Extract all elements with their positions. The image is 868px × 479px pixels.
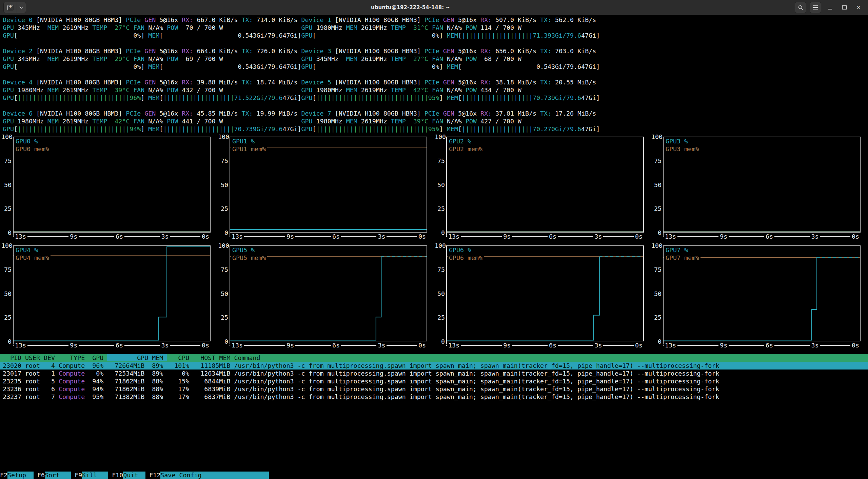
process-row-23020[interactable]: 23020 root 4 Compute 96% 72664MiB 89% 10… [0,362,868,370]
y-tick-label: 50 [651,181,662,189]
x-tick-label: 9s [285,341,295,349]
x-tick-label: 3s [810,341,820,349]
y-tick-label: 100 [435,133,445,141]
window-title: ubuntu@192-222-54-148: ~ [26,4,795,11]
gpu-chart-7: 1007550250GPU7 %GPU7 mem%13s9s6s3s0s [651,245,868,350]
x-tick-label: 0s [634,341,644,349]
x-tick-label: 6s [114,341,124,349]
process-row-23235[interactable]: 23235 root 5 Compute 94% 71862MiB 88% 15… [0,377,868,385]
gpu-chart-5: 1007550250GPU5 %GPU5 mem%13s9s6s3s0s [218,245,435,350]
x-tick-label: 0s [417,233,427,240]
new-tab-icon [7,5,13,10]
y-tick-label: 0 [435,229,445,237]
y-tick-label: 100 [1,242,12,250]
y-tick-label: 25 [1,314,12,321]
y-tick-label: 100 [435,242,445,250]
x-tick-label: 0s [417,341,427,349]
chart-legend: GPU3 %GPU3 mem% [664,137,701,153]
process-row-23237[interactable]: 23237 root 7 Compute 95% 71382MiB 88% 17… [0,393,868,401]
y-tick-label: 25 [218,314,228,321]
process-row-23236[interactable]: 23236 root 6 Compute 94% 71862MiB 88% 17… [0,385,868,393]
minimize-button[interactable] [825,2,835,13]
y-tick-label: 75 [435,266,445,274]
device-pair-line: Device 4 [NVIDIA H100 80GB HBM3] PCIe GE… [3,78,600,86]
x-tick-label: 13s [14,341,27,349]
y-tick-label: 25 [218,205,228,213]
search-icon [798,5,803,10]
gpu-charts-section: 1007550250GPU0 %GPU0 mem%13s9s6s3s0s1007… [1,137,868,354]
y-tick-label: 50 [1,181,12,189]
y-tick-label: 0 [218,229,228,237]
process-table-header: PID USER DEV TYPE GPU GPU MEM CPU HOST M… [0,354,868,362]
x-tick-label: 0s [200,341,211,349]
y-tick-label: 0 [651,229,662,237]
fkey-f12-save-config[interactable]: F12Save Config [149,472,269,479]
function-key-bar: F2Setup F6Sort F9Kill F10Quit F12Save Co… [0,471,868,479]
chart-legend: GPU7 %GPU7 mem% [664,246,701,262]
nvtop-terminal-window: ubuntu@192-222-54-148: ~ ✕ Device [0,0,868,479]
gpu-chart-3: 1007550250GPU3 %GPU3 mem%13s9s6s3s0s [651,137,868,241]
process-row-23017[interactable]: 23017 root 1 Compute 0% 72534MiB 89% 0% … [0,370,868,377]
x-tick-label: 6s [764,233,774,240]
x-tick-label: 9s [718,233,729,240]
y-tick-label: 50 [218,290,228,298]
y-tick-label: 50 [435,181,445,189]
device-pair-line: GPU[ 0%] MEM[ 0.543Gi/79.647Gi]GPU[ 0%] … [3,63,600,71]
x-tick-label: 13s [447,341,461,349]
close-icon: ✕ [856,4,861,11]
chart-legend: GPU6 %GPU6 mem% [448,246,484,262]
device-pair-line: GPU 345MHz MEM 2619MHz TEMP 29°C FAN N/A… [3,55,600,63]
device-pair-line: GPU[||||||||||||||||||||||||||||||96%] M… [3,94,600,102]
y-tick-label: 0 [218,338,228,345]
x-tick-label: 3s [593,233,603,240]
gpu-chart-4: 1007550250GPU4 %GPU4 mem%13s9s6s3s0s [1,245,218,350]
x-tick-label: 3s [160,341,170,349]
x-tick-label: 9s [68,341,79,349]
x-tick-label: 6s [331,341,341,349]
device-pair-line: GPU[ 0%] MEM[ 0.543Gi/79.647Gi]GPU[ 0%] … [3,32,600,39]
gpu-chart-0: 1007550250GPU0 %GPU0 mem%13s9s6s3s0s [1,137,218,241]
y-tick-label: 25 [435,314,445,321]
y-tick-label: 75 [435,157,445,165]
x-tick-label: 3s [593,341,603,349]
chart-legend: GPU0 %GPU0 mem% [14,137,51,153]
menu-button[interactable] [810,2,821,13]
x-tick-label: 0s [634,233,644,240]
y-tick-label: 50 [218,181,228,189]
gpu-chart-2: 1007550250GPU2 %GPU2 mem%13s9s6s3s0s [435,137,651,241]
fkey-f2-setup[interactable]: F2Setup [0,472,34,479]
window-buttons: ✕ [795,2,864,13]
device-pair-line: GPU 1980MHz MEM 2619MHz TEMP 42°C FAN N/… [3,117,600,125]
device-pair-line: Device 6 [NVIDIA H100 80GB HBM3] PCIe GE… [3,109,600,117]
tab-list-button[interactable] [17,2,26,13]
y-tick-label: 50 [1,290,12,298]
x-tick-label: 3s [376,233,387,240]
device-summary-section: Device 0 [NVIDIA H100 80GB HBM3] PCIe GE… [3,16,600,133]
tab-controls [3,2,26,13]
x-tick-label: 3s [810,233,820,240]
y-tick-label: 25 [1,205,12,213]
fkey-f9-kill[interactable]: F9Kill [75,472,108,479]
y-tick-label: 100 [218,242,228,250]
x-tick-label: 6s [331,233,341,240]
fkey-f10-quit[interactable]: F10Quit [112,472,145,479]
y-tick-label: 75 [651,157,662,165]
x-tick-label: 13s [230,233,244,240]
maximize-icon [842,5,847,9]
gpu-chart-1: 1007550250GPU1 %GPU1 mem%13s9s6s3s0s [218,137,435,241]
new-tab-button[interactable] [4,2,17,13]
device-pair-line: Device 2 [NVIDIA H100 80GB HBM3] PCIe GE… [3,47,600,55]
y-tick-label: 75 [1,266,12,274]
device-pair-line: Device 0 [NVIDIA H100 80GB HBM3] PCIe GE… [3,16,600,24]
y-tick-label: 100 [1,133,12,141]
x-tick-label: 6s [548,341,558,349]
titlebar: ubuntu@192-222-54-148: ~ ✕ [0,0,868,15]
close-button[interactable]: ✕ [853,2,864,13]
terminal-content: Device 0 [NVIDIA H100 80GB HBM3] PCIe GE… [0,15,868,479]
fkey-f6-sort[interactable]: F6Sort [37,472,71,479]
y-tick-label: 0 [1,338,12,345]
y-tick-label: 75 [651,266,662,274]
maximize-button[interactable] [839,2,850,13]
search-button[interactable] [795,2,806,13]
menu-icon [813,5,818,9]
